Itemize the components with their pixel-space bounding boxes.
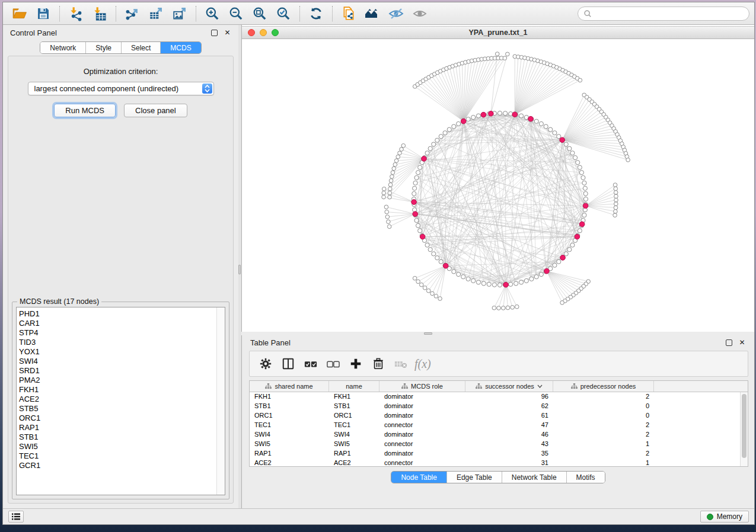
- mcds-hub-node[interactable]: [503, 282, 509, 287]
- maximize-window-icon[interactable]: [272, 29, 279, 36]
- memory-button[interactable]: Memory: [700, 511, 749, 523]
- table-cell[interactable]: dominator: [379, 449, 465, 459]
- network-node[interactable]: [509, 282, 513, 286]
- network-node[interactable]: [471, 115, 476, 119]
- network-node[interactable]: [544, 124, 548, 129]
- network-node[interactable]: [423, 286, 427, 290]
- network-node[interactable]: [506, 306, 510, 310]
- network-node[interactable]: [583, 191, 588, 196]
- network-node[interactable]: [466, 117, 470, 121]
- mcds-hub-node[interactable]: [443, 263, 448, 268]
- table-cell[interactable]: dominator: [379, 430, 465, 440]
- save-session-button[interactable]: [31, 4, 55, 23]
- column-header-name[interactable]: name: [329, 381, 379, 392]
- table-cell[interactable]: TEC1: [250, 421, 329, 430]
- export-table-button[interactable]: [144, 4, 168, 23]
- table-cell[interactable]: SWI4: [329, 430, 379, 440]
- node-table[interactable]: shared namenameMCDS rolesuccessor nodesp…: [249, 380, 748, 467]
- network-node[interactable]: [452, 270, 456, 274]
- network-node[interactable]: [385, 210, 389, 214]
- import-table-button[interactable]: [88, 4, 111, 23]
- network-node[interactable]: [385, 215, 390, 219]
- mcds-hub-node[interactable]: [560, 255, 566, 261]
- network-node[interactable]: [457, 272, 461, 276]
- network-node[interactable]: [384, 205, 388, 209]
- mcds-result-item[interactable]: YOX1: [19, 347, 225, 357]
- mcds-hub-node[interactable]: [422, 156, 427, 162]
- network-node[interactable]: [514, 281, 518, 286]
- table-cell[interactable]: ORC1: [250, 411, 329, 421]
- network-node[interactable]: [501, 306, 505, 310]
- network-node[interactable]: [426, 289, 430, 293]
- network-node[interactable]: [614, 194, 618, 198]
- network-node[interactable]: [443, 131, 447, 135]
- table-cell[interactable]: FKH1: [250, 392, 329, 402]
- network-node[interactable]: [471, 278, 476, 283]
- network-node[interactable]: [481, 281, 486, 286]
- network-node[interactable]: [425, 243, 429, 247]
- table-cell[interactable]: STB1: [250, 402, 329, 411]
- network-node[interactable]: [412, 191, 416, 196]
- table-cell[interactable]: 61: [465, 411, 553, 421]
- network-node[interactable]: [416, 171, 420, 175]
- network-node[interactable]: [382, 195, 386, 199]
- network-node[interactable]: [430, 291, 435, 296]
- run-mcds-button[interactable]: Run MCDS: [54, 104, 116, 117]
- mcds-result-item[interactable]: STB5: [19, 404, 225, 414]
- network-node[interactable]: [534, 275, 538, 279]
- network-node[interactable]: [506, 52, 510, 56]
- network-node[interactable]: [398, 151, 402, 155]
- column-header-MCDS-role[interactable]: MCDS role: [379, 381, 465, 392]
- table-cell[interactable]: connector: [379, 440, 465, 449]
- network-node[interactable]: [418, 165, 422, 169]
- network-node[interactable]: [570, 243, 575, 247]
- select-all-button[interactable]: [301, 354, 321, 374]
- network-node[interactable]: [457, 121, 461, 126]
- network-node[interactable]: [418, 229, 422, 233]
- clone-network-button[interactable]: [337, 4, 361, 23]
- network-node[interactable]: [579, 171, 583, 175]
- table-cell[interactable]: 0: [553, 411, 654, 421]
- network-node[interactable]: [401, 144, 406, 148]
- network-node[interactable]: [387, 220, 391, 224]
- network-node[interactable]: [534, 119, 538, 123]
- tab-edge-table[interactable]: Edge Table: [447, 472, 502, 483]
- function-builder-button[interactable]: f(x): [414, 357, 431, 371]
- mcds-result-item[interactable]: PMA2: [19, 376, 225, 385]
- network-node[interactable]: [400, 148, 404, 152]
- table-cell[interactable]: 62: [465, 402, 553, 411]
- mcds-result-item[interactable]: TEC1: [19, 451, 225, 461]
- network-node[interactable]: [389, 179, 393, 183]
- network-node[interactable]: [390, 175, 394, 179]
- network-node[interactable]: [476, 280, 480, 284]
- network-node[interactable]: [388, 191, 392, 195]
- column-header-predecessor-nodes[interactable]: predecessor nodes: [553, 381, 654, 392]
- import-network-button[interactable]: [64, 4, 88, 23]
- network-node[interactable]: [497, 306, 501, 310]
- refresh-view-button[interactable]: [304, 4, 328, 23]
- network-node[interactable]: [515, 305, 519, 309]
- network-node[interactable]: [414, 175, 419, 180]
- network-node[interactable]: [576, 161, 580, 165]
- table-row[interactable]: ACE2ACE2connector311: [250, 459, 748, 467]
- splitter-handle[interactable]: [424, 332, 432, 335]
- first-neighbors-button[interactable]: [361, 4, 384, 23]
- float-panel-icon[interactable]: [726, 339, 732, 346]
- network-node[interactable]: [567, 146, 572, 150]
- network-node[interactable]: [626, 158, 630, 162]
- network-node[interactable]: [548, 127, 553, 132]
- network-node[interactable]: [519, 280, 523, 284]
- table-cell[interactable]: 47: [465, 421, 553, 430]
- table-cell[interactable]: 1: [553, 459, 654, 467]
- mcds-result-item[interactable]: CAR1: [19, 319, 225, 328]
- table-cell[interactable]: 2: [553, 392, 654, 402]
- table-row[interactable]: FKH1FKH1dominator962: [250, 392, 748, 402]
- zoom-in-button[interactable]: [200, 4, 224, 23]
- mcds-result-item[interactable]: GCR1: [19, 461, 225, 470]
- table-row[interactable]: ORC1ORC1dominator610: [250, 411, 748, 421]
- network-node[interactable]: [567, 248, 572, 252]
- table-cell[interactable]: 35: [465, 449, 553, 459]
- mcds-hub-node[interactable]: [412, 200, 417, 205]
- table-cell[interactable]: SWI5: [250, 440, 329, 449]
- mcds-hub-node[interactable]: [579, 222, 585, 227]
